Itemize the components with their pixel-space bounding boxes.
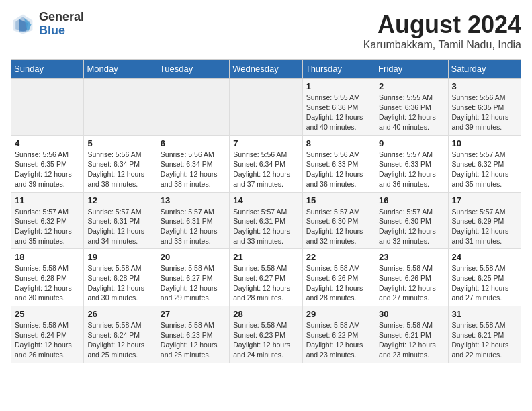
header-row: Sunday Monday Tuesday Wednesday Thursday… bbox=[11, 60, 521, 79]
logo: General Blue bbox=[11, 11, 84, 38]
title-block: August 2024 Karumbakkam, Tamil Nadu, Ind… bbox=[363, 11, 521, 51]
day-number: 8 bbox=[306, 138, 371, 148]
day-info: Sunrise: 5:56 AM Sunset: 6:35 PM Dayligh… bbox=[15, 150, 80, 189]
day-number: 29 bbox=[306, 309, 371, 319]
day-info: Sunrise: 5:56 AM Sunset: 6:35 PM Dayligh… bbox=[452, 93, 517, 132]
calendar-cell: 13Sunrise: 5:57 AM Sunset: 6:31 PM Dayli… bbox=[157, 192, 229, 249]
day-info: Sunrise: 5:56 AM Sunset: 6:34 PM Dayligh… bbox=[161, 150, 226, 189]
calendar-cell: 22Sunrise: 5:58 AM Sunset: 6:26 PM Dayli… bbox=[302, 249, 375, 306]
calendar-cell: 17Sunrise: 5:57 AM Sunset: 6:29 PM Dayli… bbox=[448, 192, 521, 249]
calendar-cell: 21Sunrise: 5:58 AM Sunset: 6:27 PM Dayli… bbox=[230, 249, 302, 306]
day-number: 5 bbox=[87, 138, 152, 148]
col-sunday: Sunday bbox=[11, 60, 84, 79]
logo-general: General bbox=[39, 11, 84, 24]
day-number: 6 bbox=[161, 138, 226, 148]
calendar-cell: 26Sunrise: 5:58 AM Sunset: 6:24 PM Dayli… bbox=[84, 306, 157, 363]
calendar-cell: 16Sunrise: 5:57 AM Sunset: 6:30 PM Dayli… bbox=[375, 192, 448, 249]
calendar-row-3: 11Sunrise: 5:57 AM Sunset: 6:32 PM Dayli… bbox=[11, 192, 521, 249]
day-number: 23 bbox=[379, 252, 444, 262]
day-number: 27 bbox=[161, 309, 226, 319]
day-info: Sunrise: 5:56 AM Sunset: 6:33 PM Dayligh… bbox=[306, 150, 371, 189]
calendar-row-4: 18Sunrise: 5:58 AM Sunset: 6:28 PM Dayli… bbox=[11, 249, 521, 306]
day-info: Sunrise: 5:58 AM Sunset: 6:24 PM Dayligh… bbox=[15, 320, 80, 360]
calendar-cell: 2Sunrise: 5:55 AM Sunset: 6:36 PM Daylig… bbox=[375, 79, 448, 136]
day-number: 20 bbox=[161, 252, 226, 262]
day-number: 22 bbox=[306, 252, 371, 262]
day-number: 17 bbox=[452, 195, 517, 205]
day-number: 3 bbox=[452, 81, 517, 91]
day-number: 28 bbox=[233, 309, 298, 319]
calendar-cell: 19Sunrise: 5:58 AM Sunset: 6:28 PM Dayli… bbox=[84, 249, 157, 306]
calendar-cell: 15Sunrise: 5:57 AM Sunset: 6:30 PM Dayli… bbox=[302, 192, 375, 249]
day-info: Sunrise: 5:57 AM Sunset: 6:29 PM Dayligh… bbox=[452, 207, 517, 246]
day-info: Sunrise: 5:57 AM Sunset: 6:31 PM Dayligh… bbox=[87, 207, 152, 246]
col-thursday: Thursday bbox=[302, 60, 375, 79]
calendar-row-5: 25Sunrise: 5:58 AM Sunset: 6:24 PM Dayli… bbox=[11, 306, 521, 363]
col-tuesday: Tuesday bbox=[157, 60, 229, 79]
day-number: 7 bbox=[233, 138, 298, 148]
day-info: Sunrise: 5:58 AM Sunset: 6:25 PM Dayligh… bbox=[452, 263, 517, 303]
day-info: Sunrise: 5:57 AM Sunset: 6:31 PM Dayligh… bbox=[233, 207, 298, 246]
calendar-cell: 28Sunrise: 5:58 AM Sunset: 6:23 PM Dayli… bbox=[230, 306, 302, 363]
calendar-cell bbox=[230, 79, 302, 136]
day-number: 21 bbox=[233, 252, 298, 262]
calendar-cell: 29Sunrise: 5:58 AM Sunset: 6:22 PM Dayli… bbox=[302, 306, 375, 363]
calendar-cell: 11Sunrise: 5:57 AM Sunset: 6:32 PM Dayli… bbox=[11, 192, 84, 249]
day-info: Sunrise: 5:57 AM Sunset: 6:32 PM Dayligh… bbox=[452, 150, 517, 189]
col-friday: Friday bbox=[375, 60, 448, 79]
day-info: Sunrise: 5:57 AM Sunset: 6:30 PM Dayligh… bbox=[306, 207, 371, 246]
day-info: Sunrise: 5:57 AM Sunset: 6:31 PM Dayligh… bbox=[161, 207, 226, 246]
calendar-cell: 9Sunrise: 5:57 AM Sunset: 6:33 PM Daylig… bbox=[375, 135, 448, 192]
day-info: Sunrise: 5:58 AM Sunset: 6:26 PM Dayligh… bbox=[379, 263, 444, 303]
calendar-cell: 6Sunrise: 5:56 AM Sunset: 6:34 PM Daylig… bbox=[157, 135, 229, 192]
day-number: 11 bbox=[15, 195, 80, 205]
day-info: Sunrise: 5:58 AM Sunset: 6:21 PM Dayligh… bbox=[452, 320, 517, 360]
logo-blue: Blue bbox=[39, 24, 84, 38]
calendar-cell: 27Sunrise: 5:58 AM Sunset: 6:23 PM Dayli… bbox=[157, 306, 229, 363]
day-info: Sunrise: 5:57 AM Sunset: 6:33 PM Dayligh… bbox=[379, 150, 444, 189]
day-info: Sunrise: 5:56 AM Sunset: 6:34 PM Dayligh… bbox=[87, 150, 152, 189]
day-info: Sunrise: 5:56 AM Sunset: 6:34 PM Dayligh… bbox=[233, 150, 298, 189]
day-info: Sunrise: 5:58 AM Sunset: 6:27 PM Dayligh… bbox=[161, 263, 226, 303]
col-saturday: Saturday bbox=[448, 60, 521, 79]
day-number: 12 bbox=[87, 195, 152, 205]
calendar-cell bbox=[11, 79, 84, 136]
day-number: 9 bbox=[379, 138, 444, 148]
day-info: Sunrise: 5:57 AM Sunset: 6:30 PM Dayligh… bbox=[379, 207, 444, 246]
location-subtitle: Karumbakkam, Tamil Nadu, India bbox=[363, 39, 521, 51]
day-info: Sunrise: 5:58 AM Sunset: 6:27 PM Dayligh… bbox=[233, 263, 298, 303]
col-wednesday: Wednesday bbox=[230, 60, 302, 79]
day-number: 1 bbox=[306, 81, 371, 91]
page-header: General Blue August 2024 Karumbakkam, Ta… bbox=[11, 11, 521, 51]
col-monday: Monday bbox=[84, 60, 157, 79]
day-number: 30 bbox=[379, 309, 444, 319]
calendar-cell bbox=[157, 79, 229, 136]
day-number: 15 bbox=[306, 195, 371, 205]
day-number: 10 bbox=[452, 138, 517, 148]
main-title: August 2024 bbox=[363, 11, 521, 39]
day-number: 14 bbox=[233, 195, 298, 205]
calendar-cell: 20Sunrise: 5:58 AM Sunset: 6:27 PM Dayli… bbox=[157, 249, 229, 306]
calendar-table: Sunday Monday Tuesday Wednesday Thursday… bbox=[11, 59, 521, 363]
day-number: 25 bbox=[15, 309, 80, 319]
calendar-cell: 8Sunrise: 5:56 AM Sunset: 6:33 PM Daylig… bbox=[302, 135, 375, 192]
day-info: Sunrise: 5:58 AM Sunset: 6:23 PM Dayligh… bbox=[233, 320, 298, 360]
day-info: Sunrise: 5:58 AM Sunset: 6:22 PM Dayligh… bbox=[306, 320, 371, 360]
calendar-cell: 18Sunrise: 5:58 AM Sunset: 6:28 PM Dayli… bbox=[11, 249, 84, 306]
calendar-cell: 30Sunrise: 5:58 AM Sunset: 6:21 PM Dayli… bbox=[375, 306, 448, 363]
day-info: Sunrise: 5:58 AM Sunset: 6:26 PM Dayligh… bbox=[306, 263, 371, 303]
day-number: 18 bbox=[15, 252, 80, 262]
day-number: 19 bbox=[87, 252, 152, 262]
calendar-cell: 1Sunrise: 5:55 AM Sunset: 6:36 PM Daylig… bbox=[302, 79, 375, 136]
day-number: 26 bbox=[87, 309, 152, 319]
calendar-cell: 14Sunrise: 5:57 AM Sunset: 6:31 PM Dayli… bbox=[230, 192, 302, 249]
calendar-cell: 7Sunrise: 5:56 AM Sunset: 6:34 PM Daylig… bbox=[230, 135, 302, 192]
day-number: 2 bbox=[379, 81, 444, 91]
day-info: Sunrise: 5:58 AM Sunset: 6:28 PM Dayligh… bbox=[87, 263, 152, 303]
calendar-cell: 5Sunrise: 5:56 AM Sunset: 6:34 PM Daylig… bbox=[84, 135, 157, 192]
day-info: Sunrise: 5:58 AM Sunset: 6:24 PM Dayligh… bbox=[87, 320, 152, 360]
calendar-header: Sunday Monday Tuesday Wednesday Thursday… bbox=[11, 60, 521, 79]
calendar-row-2: 4Sunrise: 5:56 AM Sunset: 6:35 PM Daylig… bbox=[11, 135, 521, 192]
calendar-cell: 10Sunrise: 5:57 AM Sunset: 6:32 PM Dayli… bbox=[448, 135, 521, 192]
calendar-cell: 4Sunrise: 5:56 AM Sunset: 6:35 PM Daylig… bbox=[11, 135, 84, 192]
